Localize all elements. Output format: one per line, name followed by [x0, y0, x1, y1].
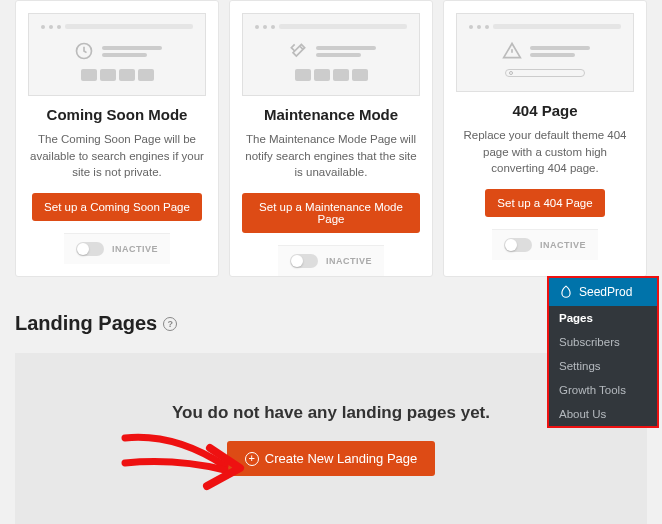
card-title: 404 Page — [512, 102, 577, 119]
setup-404-button[interactable]: Set up a 404 Page — [485, 189, 604, 217]
card-desc: The Coming Soon Page will be available t… — [28, 131, 206, 181]
submenu-header[interactable]: SeedProd — [549, 278, 657, 306]
submenu-item-pages[interactable]: Pages — [549, 306, 657, 330]
preview-maintenance — [242, 13, 420, 96]
create-button-label: Create New Landing Page — [265, 451, 418, 466]
submenu-header-label: SeedProd — [579, 285, 632, 299]
tools-icon — [286, 39, 310, 63]
submenu-item-subscribers[interactable]: Subscribers — [549, 330, 657, 354]
empty-state-title: You do not have any landing pages yet. — [35, 403, 627, 423]
status-label: INACTIVE — [326, 256, 372, 266]
maintenance-card: Maintenance Mode The Maintenance Mode Pa… — [229, 0, 433, 277]
help-icon[interactable]: ? — [163, 317, 177, 331]
card-title: Maintenance Mode — [264, 106, 398, 123]
submenu-item-growth-tools[interactable]: Growth Tools — [549, 378, 657, 402]
card-desc: The Maintenance Mode Page will notify se… — [242, 131, 420, 181]
warning-icon — [500, 39, 524, 63]
clock-icon — [72, 39, 96, 63]
submenu-item-settings[interactable]: Settings — [549, 354, 657, 378]
create-landing-page-button[interactable]: + Create New Landing Page — [227, 441, 436, 476]
mode-cards-row: Coming Soon Mode The Coming Soon Page wi… — [15, 0, 647, 277]
maintenance-toggle[interactable] — [290, 254, 318, 268]
preview-404 — [456, 13, 634, 92]
setup-coming-soon-button[interactable]: Set up a Coming Soon Page — [32, 193, 202, 221]
coming-soon-card: Coming Soon Mode The Coming Soon Page wi… — [15, 0, 219, 277]
card-title: Coming Soon Mode — [47, 106, 188, 123]
submenu-item-about-us[interactable]: About Us — [549, 402, 657, 426]
preview-coming-soon — [28, 13, 206, 96]
plus-circle-icon: + — [245, 452, 259, 466]
setup-maintenance-button[interactable]: Set up a Maintenance Mode Page — [242, 193, 420, 233]
seedprod-icon — [559, 285, 573, 299]
card-desc: Replace your default theme 404 page with… — [456, 127, 634, 177]
404-card: 404 Page Replace your default theme 404 … — [443, 0, 647, 277]
404-toggle[interactable] — [504, 238, 532, 252]
status-label: INACTIVE — [112, 244, 158, 254]
coming-soon-toggle[interactable] — [76, 242, 104, 256]
section-title-text: Landing Pages — [15, 312, 157, 335]
status-label: INACTIVE — [540, 240, 586, 250]
seedprod-submenu: SeedProd Pages Subscribers Settings Grow… — [547, 276, 659, 428]
